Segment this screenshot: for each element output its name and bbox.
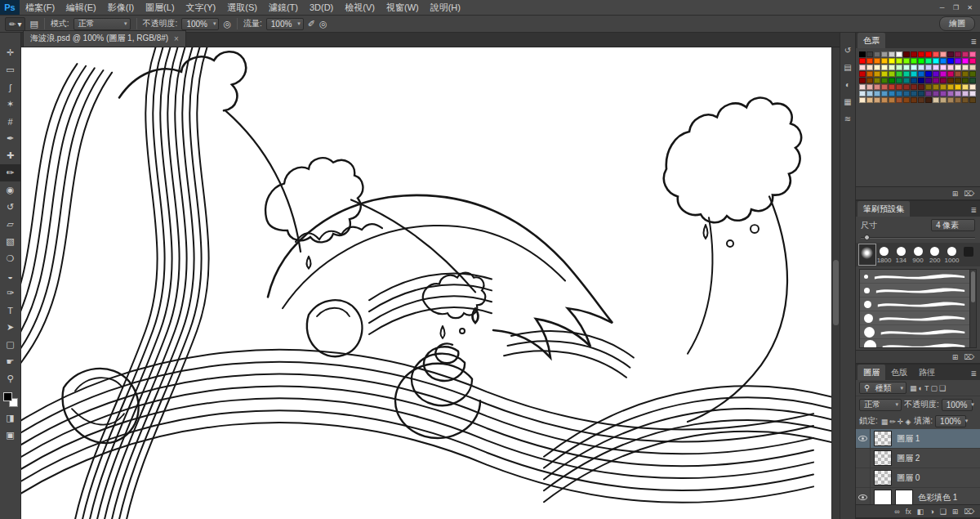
color-swatch[interactable] [918,65,924,70]
color-swatch[interactable] [955,71,961,77]
move-tool[interactable]: ✛ [0,44,20,61]
layer-name[interactable]: 圖層 0 [897,472,920,484]
adjustments-panel-icon[interactable]: ◐ [845,80,850,89]
color-swatch[interactable] [955,65,961,70]
eyedropper-tool[interactable]: ✒ [0,130,20,147]
history-brush-tool[interactable]: ↺ [0,199,20,216]
color-swatch[interactable] [859,78,866,83]
menu-item[interactable]: 說明(H) [425,0,466,15]
color-swatch[interactable] [947,65,954,70]
color-swatch[interactable] [881,65,888,70]
color-swatch[interactable] [940,97,947,103]
brush-tip-round[interactable]: 134 [893,244,909,265]
color-swatch[interactable] [911,97,917,103]
brush-tip-special[interactable] [960,244,977,265]
color-swatch[interactable] [881,84,888,90]
quick-mask-icon[interactable]: ◨ [0,409,20,427]
brush-preset-row[interactable] [860,284,976,298]
delete-brush-icon[interactable]: ⌦ [964,353,974,361]
color-swatch[interactable] [969,84,976,90]
menu-item[interactable]: 3D(D) [304,0,339,15]
layer-thumbnail[interactable] [874,450,892,466]
brush-tip-round[interactable]: 900 [910,244,926,265]
color-swatch[interactable] [947,58,954,64]
color-swatch[interactable] [933,84,939,90]
layer-name[interactable]: 圖層 2 [897,453,920,464]
color-swatch[interactable] [889,58,895,64]
delete-swatch-icon[interactable]: ⌦ [964,190,974,198]
quick-selection-tool[interactable]: ✶ [0,96,20,113]
color-swatch[interactable] [911,71,917,77]
filter-pixel-layers-icon[interactable]: ▦ [909,384,918,392]
color-swatch[interactable] [859,97,866,103]
brush-preset-row[interactable] [860,325,976,339]
color-swatch[interactable] [969,65,976,70]
brush-tip-round[interactable]: 1800 [876,244,893,265]
color-swatch[interactable] [896,78,902,83]
hand-tool[interactable]: ☛ [0,353,20,370]
canvas[interactable] [21,47,840,519]
color-swatch[interactable] [911,65,917,70]
color-swatch[interactable] [969,58,976,64]
color-swatch[interactable] [925,97,932,103]
color-swatch[interactable] [911,58,917,64]
visibility-toggle[interactable] [856,449,871,468]
color-swatch[interactable] [874,51,880,57]
menu-item[interactable]: 視窗(W) [381,0,425,15]
airbrush-icon[interactable]: ✐ [308,19,315,29]
color-swatch[interactable] [866,97,873,103]
color-swatch[interactable] [925,71,932,77]
brush-size-slider[interactable] [861,233,975,242]
color-swatch[interactable] [933,97,939,103]
color-swatch[interactable] [859,71,866,77]
color-swatch[interactable] [866,84,873,90]
color-swatch[interactable] [896,65,902,70]
layer-mask-thumbnail[interactable] [895,490,913,504]
layer-name[interactable]: 色彩填色 1 [918,492,957,503]
color-swatch[interactable] [940,71,947,77]
color-swatch[interactable] [933,65,939,70]
color-swatch[interactable] [962,71,969,77]
color-swatch[interactable] [911,78,917,83]
scrollbar-thumb[interactable] [833,260,839,326]
color-swatch[interactable] [881,51,888,57]
crop-tool[interactable]: # [0,113,20,130]
layer-row[interactable]: 圖層 1 [856,429,980,449]
foreground-background-colors[interactable] [3,392,18,407]
layer-name[interactable]: 圖層 1 [897,433,920,445]
lock-transparency-icon[interactable]: ▦ [880,418,889,426]
layer-opacity-value[interactable]: 100% ▾ [942,399,973,411]
rectangular-marquee-tool[interactable]: ▭ [0,61,20,78]
color-swatch[interactable] [947,78,954,83]
color-swatch[interactable] [866,71,873,77]
color-swatch[interactable] [955,97,961,103]
filter-shape-layers-icon[interactable]: ▢ [929,384,938,392]
color-swatch[interactable] [925,51,932,57]
color-swatch[interactable] [962,91,969,96]
color-swatch[interactable] [866,91,873,96]
color-swatch[interactable] [874,65,880,70]
color-swatch[interactable] [874,78,880,83]
color-swatch[interactable] [933,91,939,96]
history-panel-icon[interactable]: ↺ [844,46,851,55]
tab-layers[interactable]: 圖層 [858,365,885,380]
filter-smart-objects-icon[interactable]: ❑ [938,384,947,392]
slider-knob[interactable] [864,235,870,240]
properties-panel-icon[interactable]: ▤ [844,63,851,72]
color-swatch[interactable] [925,65,932,70]
menu-item[interactable]: 圖層(L) [140,0,180,15]
color-swatch[interactable] [881,71,888,77]
fill-value[interactable]: 100% ▾ [935,415,966,427]
color-swatch[interactable] [955,78,961,83]
layer-thumbnail[interactable] [874,490,892,504]
color-swatch[interactable] [874,71,880,77]
styles-panel-icon[interactable]: ▦ [844,97,851,106]
tab-paths[interactable]: 路徑 [913,365,941,380]
lock-all-icon[interactable]: ◈ [904,418,911,426]
new-brush-icon[interactable]: ⊞ [952,353,959,361]
color-swatch[interactable] [918,58,924,64]
type-tool[interactable]: T [0,302,20,319]
color-swatch[interactable] [874,84,880,90]
tab-brush-presets[interactable]: 筆刷預設集 [858,201,910,217]
brush-list-scrollbar[interactable] [969,270,976,347]
